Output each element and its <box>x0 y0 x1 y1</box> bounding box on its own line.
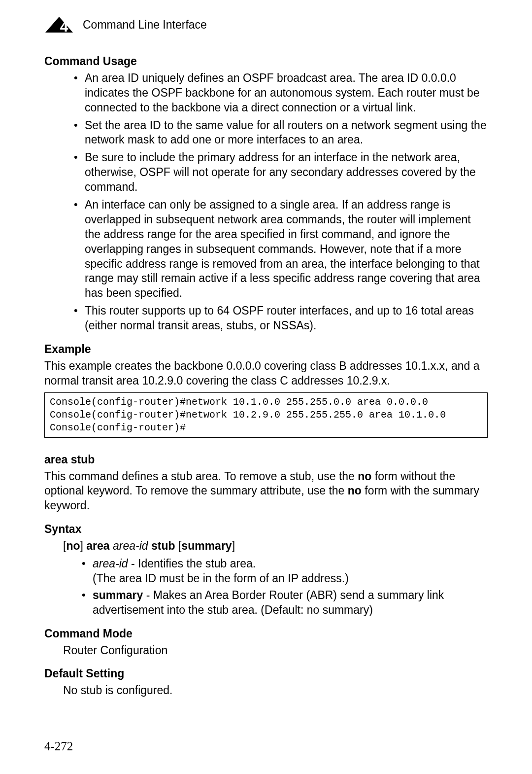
chapter-badge-icon: 4 <box>44 15 74 35</box>
heading-default-setting: Default Setting <box>44 667 488 681</box>
heading-command-usage: Command Usage <box>44 54 488 69</box>
list-item: Set the area ID to the same value for al… <box>85 118 488 148</box>
heading-command-mode: Command Mode <box>44 627 488 641</box>
keyword-no: no <box>358 470 371 483</box>
kw-stub: stub <box>151 539 175 552</box>
param-area-id: area-id <box>113 539 148 552</box>
syntax-line: [no] area area-id stub [summary] <box>63 539 488 554</box>
text: This command defines a stub area. To rem… <box>44 470 358 483</box>
heading-area-stub: area stub <box>44 453 488 467</box>
list-item: Be sure to include the primary address f… <box>85 150 488 195</box>
list-item: area-id - Identifies the stub area. (The… <box>93 557 488 586</box>
param-name: area-id <box>93 557 128 570</box>
command-usage-list: An area ID uniquely defines an OSPF broa… <box>44 71 488 333</box>
bracket: ] <box>232 539 235 552</box>
list-item: summary - Makes an Area Border Router (A… <box>93 588 488 618</box>
syntax-param-list: area-id - Identifies the stub area. (The… <box>44 557 488 618</box>
list-item: This router supports up to 64 OSPF route… <box>85 304 488 333</box>
example-intro: This example creates the backbone 0.0.0.… <box>44 359 488 388</box>
area-stub-desc: This command defines a stub area. To rem… <box>44 469 488 514</box>
example-code: Console(config-router)#network 10.1.0.0 … <box>44 392 488 438</box>
param-desc: Identifies the stub area. <box>138 557 256 570</box>
default-setting-value: No stub is configured. <box>63 683 488 698</box>
keyword-no: no <box>348 484 362 497</box>
param-name: summary <box>93 589 143 601</box>
sep: - <box>143 589 153 601</box>
header-title: Command Line Interface <box>83 18 207 33</box>
chapter-number: 4 <box>60 18 68 35</box>
heading-example: Example <box>44 342 488 357</box>
page-number: 4-272 <box>44 739 73 755</box>
heading-syntax: Syntax <box>44 522 488 537</box>
command-mode-value: Router Configuration <box>63 643 488 658</box>
kw-no: no <box>66 539 80 552</box>
page-header: 4 Command Line Interface <box>44 15 488 35</box>
list-item: An interface can only be assigned to a s… <box>85 198 488 301</box>
kw-area: area <box>86 539 109 552</box>
list-item: An area ID uniquely defines an OSPF broa… <box>85 71 488 115</box>
sep: - <box>128 557 138 570</box>
kw-summary: summary <box>181 539 232 552</box>
svg-marker-0 <box>45 17 73 33</box>
param-desc-2: (The area ID must be in the form of an I… <box>93 572 349 585</box>
bracket: ] <box>80 539 87 552</box>
